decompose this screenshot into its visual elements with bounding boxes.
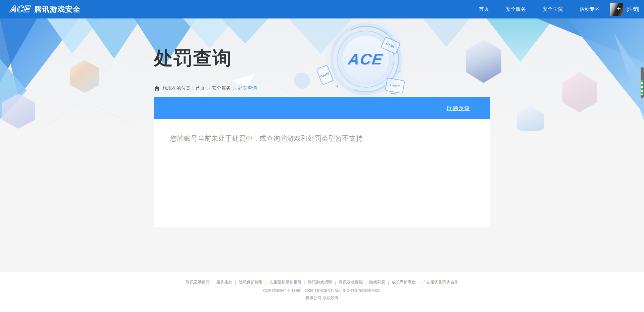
- nav-item-0[interactable]: 首页: [479, 6, 489, 12]
- footer-link-7[interactable]: 成长守护平台: [392, 279, 416, 285]
- footer-link-6[interactable]: 游戏列表: [369, 279, 385, 285]
- page-title: 处罚查询: [154, 46, 232, 71]
- breadcrumb-items: 首页>安全服务>处罚查询: [195, 85, 257, 91]
- separator: |: [388, 280, 389, 285]
- user-avatar[interactable]: [610, 3, 623, 16]
- separator: |: [365, 280, 366, 285]
- footer-link-8[interactable]: 广告服务及商务合作: [422, 279, 458, 285]
- feedback-bar: 问题反馈: [154, 97, 490, 119]
- separator: >: [207, 86, 210, 91]
- footer-link-5[interactable]: 腾讯游戏客服: [339, 279, 363, 285]
- logout-link[interactable]: [注销]: [627, 6, 639, 12]
- result-card: 您的账号当前未处于处罚中，或查询的游戏和处罚类型暂不支持: [154, 119, 490, 227]
- nav-item-2[interactable]: 安全学院: [543, 6, 563, 12]
- separator: |: [418, 280, 419, 285]
- nav-item-3[interactable]: 活动专区: [580, 6, 600, 12]
- footer-link-4[interactable]: 腾讯游戏招聘: [308, 279, 332, 285]
- home-icon: [154, 86, 160, 91]
- result-message: 您的账号当前未处于处罚中，或查询的游戏和处罚类型暂不支持: [170, 134, 363, 143]
- site-logo[interactable]: ACE 腾讯游戏安全: [10, 4, 81, 14]
- separator: |: [212, 280, 213, 285]
- copyright-line-cn: 腾讯公司 版权所有: [0, 295, 644, 301]
- feedback-link[interactable]: 问题反馈: [447, 104, 470, 112]
- separator: |: [335, 280, 336, 285]
- footer: 腾讯互动娱乐|服务条款|隐私保护指引|儿童隐私保护指引|腾讯游戏招聘|腾讯游戏客…: [0, 272, 644, 312]
- nav-item-1[interactable]: 安全服务: [506, 6, 526, 12]
- top-navbar: ACE 腾讯游戏安全 首页安全服务安全学院活动专区 [注销]: [0, 0, 644, 18]
- scrollbar-stripes: [641, 80, 643, 95]
- separator: |: [235, 280, 236, 285]
- breadcrumb-prefix: 您现在的位置：: [162, 85, 195, 91]
- copyright-line-en: COPYRIGHT © 1998 – 2026 TENCENT. ALL RIG…: [0, 288, 644, 293]
- separator: >: [233, 86, 236, 91]
- breadcrumb-link-0[interactable]: 首页: [195, 85, 205, 91]
- breadcrumb-link-2[interactable]: 处罚查询: [238, 85, 257, 91]
- footer-links: 腾讯互动娱乐|服务条款|隐私保护指引|儿童隐私保护指引|腾讯游戏招聘|腾讯游戏客…: [0, 279, 644, 285]
- breadcrumb: 您现在的位置： 首页>安全服务>处罚查询: [154, 85, 257, 91]
- separator: |: [304, 280, 305, 285]
- footer-link-3[interactable]: 儿童隐私保护指引: [269, 279, 301, 285]
- ace-logo-icon: ACE: [9, 4, 31, 14]
- nav-right: 首页安全服务安全学院活动专区 [注销]: [462, 3, 639, 16]
- avatar-detail: [617, 8, 621, 9]
- nav-menu: 首页安全服务安全学院活动专区: [462, 6, 600, 12]
- site-logo-text: 腾讯游戏安全: [34, 4, 81, 14]
- footer-link-1[interactable]: 服务条款: [216, 279, 232, 285]
- ace-center-logo: ACE: [347, 50, 385, 68]
- footer-link-0[interactable]: 腾讯互动娱乐: [186, 279, 210, 285]
- page: ACE GAME GAME GAME ⚡ ⚡ ACE 腾讯游戏安全 首页安全服务…: [0, 0, 644, 312]
- separator: |: [265, 280, 266, 285]
- scrollbar-thumb[interactable]: [641, 67, 644, 98]
- footer-link-2[interactable]: 隐私保护指引: [239, 279, 263, 285]
- breadcrumb-link-1[interactable]: 安全服务: [212, 85, 231, 91]
